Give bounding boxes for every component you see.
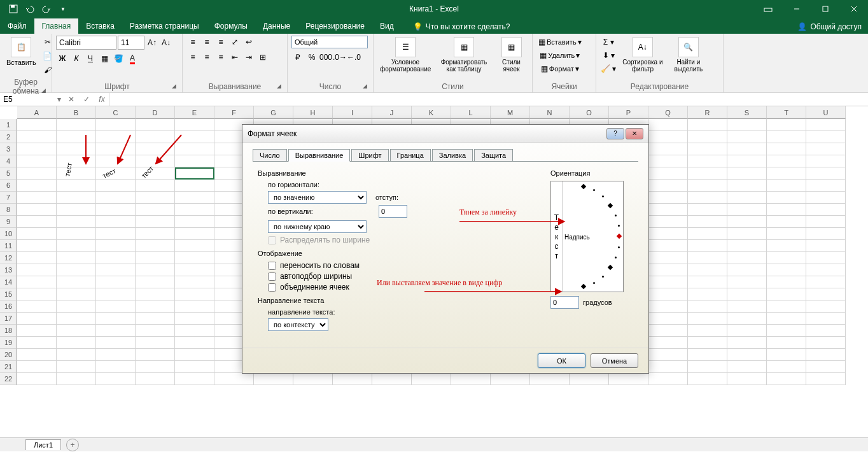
tell-me-search[interactable]: 💡 Что вы хотите сделать? [408,20,515,34]
cell[interactable] [136,180,175,192]
cell[interactable] [96,192,136,204]
cell[interactable] [806,337,846,349]
row-header[interactable]: 12 [0,252,17,264]
column-header[interactable]: G [254,106,293,119]
row-header[interactable]: 6 [0,180,17,192]
fill-icon[interactable]: ⬇ ▾ [600,49,617,62]
cell[interactable] [333,373,372,385]
align-left-icon[interactable]: ≡ [186,51,199,64]
cell[interactable] [136,131,175,143]
currency-icon[interactable]: ₽ [291,51,304,64]
cell[interactable] [96,119,136,131]
row-header[interactable]: 18 [0,325,17,337]
cell[interactable] [806,288,846,300]
cell[interactable] [648,143,688,155]
row-header[interactable]: 3 [0,143,17,155]
maximize-button[interactable] [811,0,839,18]
cell[interactable] [767,349,806,361]
cell[interactable] [57,288,96,300]
cell[interactable] [648,192,688,204]
cell[interactable] [727,264,767,276]
cell[interactable] [17,361,57,373]
cell[interactable] [57,252,96,264]
clear-icon[interactable]: 🧹 ▾ [600,62,617,75]
cell[interactable] [96,300,136,313]
cell[interactable] [648,131,688,143]
cell[interactable] [727,228,767,240]
tab-layout[interactable]: Разметка страницы [122,18,207,34]
cell[interactable] [175,240,214,252]
cell[interactable] [136,300,175,313]
cell[interactable] [136,264,175,276]
tab-view[interactable]: Вид [372,18,402,34]
cell[interactable] [57,300,96,313]
column-header[interactable]: T [767,106,806,119]
cell[interactable] [648,240,688,252]
cell[interactable] [96,204,136,216]
row-header[interactable]: 17 [0,313,17,325]
cell[interactable] [806,167,846,180]
cell[interactable] [727,167,767,180]
row-header[interactable]: 21 [0,361,17,373]
cell[interactable] [727,361,767,373]
cell[interactable] [648,216,688,228]
enter-formula-icon[interactable]: ✓ [79,95,94,104]
cell[interactable] [136,349,175,361]
border-icon[interactable]: ▦ [98,52,111,65]
cell[interactable] [254,373,293,385]
cell[interactable]: тест [136,167,175,180]
cell[interactable] [175,204,214,216]
grow-font-icon[interactable]: A↑ [146,36,158,49]
decrease-indent-icon[interactable]: ⇤ [228,51,241,64]
cell[interactable] [727,313,767,325]
cell[interactable] [175,373,214,385]
cell[interactable] [96,313,136,325]
cell[interactable] [96,240,136,252]
cell[interactable] [175,300,214,313]
cell[interactable] [57,192,96,204]
column-header[interactable]: I [333,106,372,119]
cell[interactable] [175,349,214,361]
cell[interactable] [175,337,214,349]
vertical-select[interactable]: по нижнему краю [268,220,367,233]
cell[interactable] [57,180,96,192]
cell[interactable] [727,143,767,155]
cell[interactable] [727,276,767,288]
cell[interactable] [136,325,175,337]
cell[interactable] [57,313,96,325]
cell[interactable] [806,349,846,361]
cell[interactable] [767,337,806,349]
cell[interactable] [727,337,767,349]
cell[interactable] [806,276,846,288]
font-name-select[interactable] [56,36,116,50]
merge-center-icon[interactable]: ⊞ [256,51,269,64]
cell[interactable] [767,192,806,204]
format-cells-button[interactable]: ▦ Формат ▾ [536,62,584,75]
dialog-close-button[interactable]: ✕ [626,128,643,139]
cell[interactable] [17,192,57,204]
cell[interactable] [17,300,57,313]
column-header[interactable]: A [17,106,57,119]
cell[interactable] [648,313,688,325]
cell[interactable] [96,228,136,240]
degrees-spinner[interactable] [550,296,579,309]
cell[interactable] [806,119,846,131]
cell[interactable] [17,180,57,192]
row-header[interactable]: 2 [0,131,17,143]
cell[interactable] [767,119,806,131]
cell[interactable] [17,276,57,288]
cell[interactable] [648,264,688,276]
cell[interactable] [175,276,214,288]
column-header[interactable]: H [293,106,333,119]
font-launcher[interactable]: ◢ [170,83,178,90]
shrink-fit-checkbox[interactable] [268,272,276,281]
tab-data[interactable]: Данные [255,18,298,34]
row-header[interactable]: 11 [0,240,17,252]
cell[interactable] [136,228,175,240]
save-icon[interactable] [6,2,20,16]
font-color-icon[interactable]: A [126,52,139,65]
cell[interactable] [57,131,96,143]
cell[interactable] [57,240,96,252]
cell[interactable] [648,252,688,264]
dlg-tab-fill[interactable]: Заливка [432,149,473,161]
